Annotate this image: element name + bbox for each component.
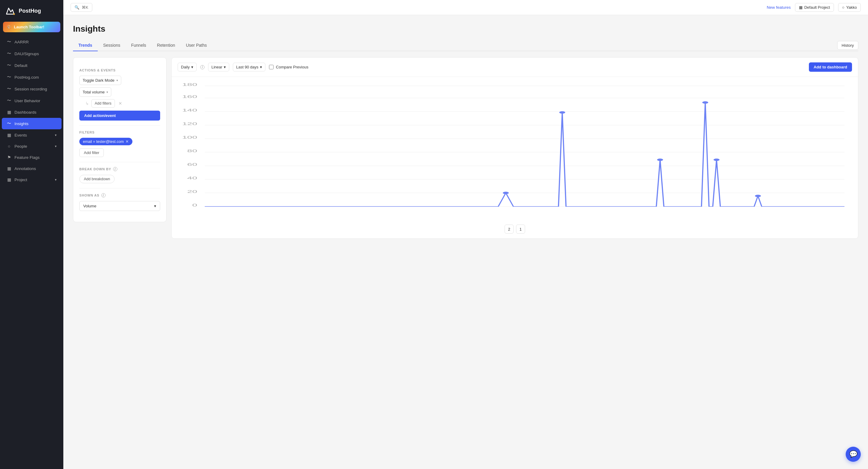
sidebar-item-label: Dashboards [14,110,36,114]
trend-chart: 0 20 40 60 80 100 120 140 160 180 [175,80,852,215]
compare-previous-checkbox[interactable]: Compare Previous [269,65,309,69]
app-name: PostHog [19,8,41,14]
breakdown-info-icon: i [113,167,117,171]
sidebar-item-label: DAU/Signups [14,52,39,56]
sidebar-item-posthog[interactable]: 〜 PostHog.com [2,71,62,83]
history-button[interactable]: History [837,41,858,50]
linear-chevron-icon: ▾ [224,65,226,69]
sidebar-item-label: PostHog.com [14,75,39,79]
tabs-bar: Trends Sessions Funnels Retention User P… [73,40,858,51]
add-action-button[interactable]: Add action/event [79,111,160,121]
page-1-btn[interactable]: 1 [516,225,525,234]
page-title: Insights [73,24,858,34]
sidebar-item-userbehavior[interactable]: 〜 User Behavior [2,95,62,106]
launch-toolbar-btn[interactable]: 🎨 Launch Toolbar! [3,22,60,32]
compare-previous-input[interactable] [269,65,274,69]
sidebar-item-events[interactable]: ▦ Events ▾ [2,130,62,140]
breakdown-label: BREAK DOWN BY i [79,167,160,171]
sidebar-item-people[interactable]: ○ People ▾ [2,141,62,152]
svg-text:0: 0 [192,203,197,207]
breakdown-section: BREAK DOWN BY i Add breakdown [79,162,160,189]
userbehavior-icon: 〜 [7,98,11,103]
insights-icon: 〜 [7,121,11,126]
tab-funnels[interactable]: Funnels [126,40,152,51]
daterange-chevron-icon: ▾ [260,65,262,69]
svg-text:140: 140 [182,108,197,112]
sidebar-item-label: Session recording [14,87,47,91]
user-profile-btn[interactable]: ○ Yakko [838,3,861,12]
events-chevron-icon: ▾ [55,133,57,137]
remove-email-filter-btn[interactable]: ✕ [125,139,129,144]
add-to-dashboard-btn[interactable]: Add to dashboard [809,62,852,72]
filters-section: FILTERS email = tester@test.com ✕ Add fi… [79,126,160,162]
tab-retention[interactable]: Retention [152,40,181,51]
filter-indent-row: ↳ Add filters ✕ [79,99,160,108]
svg-text:120: 120 [182,122,197,126]
shown-as-chevron-icon: ▾ [154,204,156,208]
sidebar-item-featureflags[interactable]: ⚑ Feature Flags [2,152,62,163]
sidebar-item-label: User Behavior [14,99,40,103]
shown-as-dropdown[interactable]: Volume ▾ [79,201,160,211]
toolbar-icon: 🎨 [7,25,11,29]
sidebar-item-default[interactable]: 〜 Default [2,60,62,71]
daily-dropdown[interactable]: Daily ▾ [178,63,197,71]
insights-layout: ACTIONS & EVENTS Toggle Dark Mode ▾ Tota… [73,57,858,239]
svg-point-28 [755,195,761,197]
sidebar-item-project[interactable]: ▦ Project ▾ [2,174,62,185]
sidebar-nav: 〜 AARRR 〜 DAU/Signups 〜 Default 〜 PostHo… [0,36,63,469]
shown-as-info-icon: i [101,193,105,197]
svg-point-2 [13,13,15,15]
sidebar-item-label: Events [14,133,27,137]
add-filters-btn[interactable]: Add filters [91,99,115,108]
daily-chevron-icon: ▾ [191,65,193,69]
sidebar-item-session[interactable]: 〜 Session recording [2,83,62,95]
page-2-btn[interactable]: 2 [504,225,514,234]
linear-dropdown[interactable]: Linear ▾ [208,63,229,71]
shown-as-section: SHOWN AS i Volume ▾ [79,189,160,216]
volume-dropdown[interactable]: Total volume ▾ [79,88,111,97]
add-filter-button[interactable]: Add filter [79,148,104,157]
sidebar-item-aarrr[interactable]: 〜 AARRR [2,36,62,47]
right-panel: Daily ▾ i Linear ▾ Last 90 days ▾ Compa [171,57,858,239]
actions-events-label: ACTIONS & EVENTS [79,68,160,72]
chart-controls: Daily ▾ i Linear ▾ Last 90 days ▾ Compa [172,58,858,77]
tab-sessions[interactable]: Sessions [98,40,126,51]
svg-text:100: 100 [182,135,197,139]
aarrr-icon: 〜 [7,39,11,44]
project-btn-label: Default Project [804,5,830,10]
add-breakdown-button[interactable]: Add breakdown [79,175,115,183]
svg-text:20: 20 [187,190,197,194]
sidebar-item-label: Feature Flags [14,155,39,160]
tab-trends[interactable]: Trends [73,40,98,51]
project-icon: ▦ [799,5,803,10]
svg-point-26 [702,101,708,104]
posthog-icon: 〜 [7,74,11,80]
topbar-right: New features ▦ Default Project ○ Yakko [767,3,861,12]
search-box[interactable]: 🔍 ⌘K [70,3,92,12]
tab-userpaths[interactable]: User Paths [180,40,212,51]
dashboards-icon: ▦ [7,110,11,114]
topbar: 🔍 ⌘K New features ▦ Default Project ○ Ya… [63,0,868,15]
sidebar-item-dashboards[interactable]: ▦ Dashboards [2,107,62,118]
chart-info-icon: i [200,65,205,69]
date-range-dropdown[interactable]: Last 90 days ▾ [233,63,266,71]
svg-text:180: 180 [182,82,197,87]
remove-filter-btn[interactable]: ✕ [117,100,123,106]
toolbar-label: Launch Toolbar! [14,25,44,29]
project-icon: ▦ [7,177,11,182]
sidebar-item-annotations[interactable]: ▦ Annotations [2,163,62,174]
new-features-link[interactable]: New features [767,5,791,10]
filter-tags: email = tester@test.com ✕ [79,138,160,145]
chat-support-btn[interactable]: 💬 [846,447,861,462]
event-name-dropdown[interactable]: Toggle Dark Mode ▾ [79,76,121,85]
svg-point-24 [559,111,565,114]
email-filter-tag: email = tester@test.com ✕ [79,138,132,145]
default-project-btn[interactable]: ▦ Default Project [795,3,834,12]
actions-events-section: ACTIONS & EVENTS Toggle Dark Mode ▾ Tota… [79,64,160,126]
featureflags-icon: ⚑ [7,155,11,160]
sidebar-item-insights[interactable]: 〜 Insights [2,118,62,129]
user-icon: ○ [842,5,844,10]
sidebar-item-dau[interactable]: 〜 DAU/Signups [2,48,62,59]
shown-as-label: SHOWN AS i [79,193,160,197]
sidebar-item-label: People [14,144,27,148]
